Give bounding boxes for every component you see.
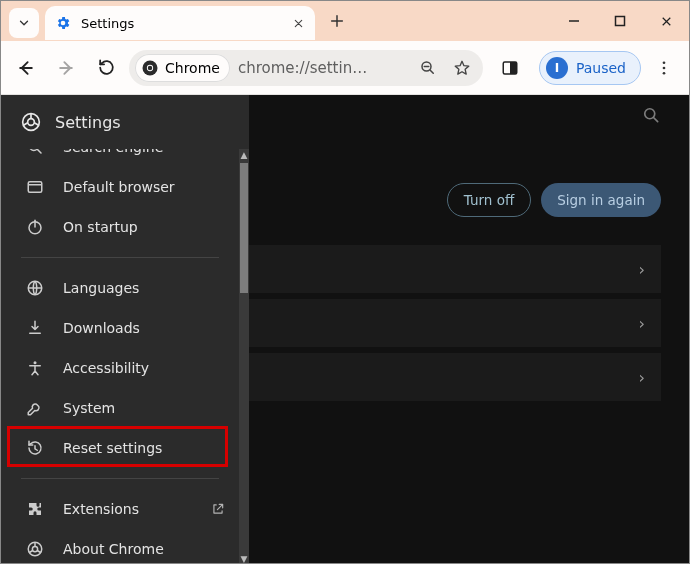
browser-icon (25, 178, 45, 196)
gear-icon (55, 15, 71, 31)
titlebar: Settings (1, 1, 689, 41)
menu-button[interactable] (647, 51, 681, 85)
sidebar-item-on-startup[interactable]: On startup (1, 207, 239, 247)
zoom-indicator[interactable] (413, 53, 443, 83)
chevron-right-icon: › (639, 260, 645, 279)
chrome-icon (141, 59, 159, 77)
search-icon (25, 149, 45, 156)
turn-off-button[interactable]: Turn off (447, 183, 531, 217)
settings-row[interactable]: › (249, 353, 661, 401)
site-chip-label: Chrome (165, 60, 220, 76)
bookmark-button[interactable] (447, 53, 477, 83)
minimize-button[interactable] (551, 1, 597, 41)
sidebar-item-extensions[interactable]: Extensions (1, 489, 239, 529)
avatar: I (546, 57, 568, 79)
settings-main: Turn off Sign in again › › › (249, 95, 689, 564)
sidebar-item-label: Extensions (63, 501, 139, 517)
chevron-right-icon: › (639, 368, 645, 387)
new-tab-button[interactable] (321, 5, 353, 37)
download-icon (25, 319, 45, 337)
scrollbar-up-arrow[interactable]: ▲ (239, 149, 249, 161)
star-icon (453, 59, 471, 77)
settings-row[interactable]: › (249, 245, 661, 293)
sidebar-item-reset-settings[interactable]: Reset settings (1, 428, 239, 468)
sidebar-scrollbar[interactable]: ▲ ▼ (239, 149, 249, 564)
tab-close-button[interactable] (291, 16, 305, 30)
settings-header: Settings (1, 95, 249, 149)
svg-rect-13 (28, 182, 42, 193)
svg-point-11 (28, 119, 35, 126)
browser-toolbar: Chrome chrome://settin… I Paused (1, 41, 689, 95)
window-controls (551, 1, 689, 41)
search-settings-button[interactable] (641, 105, 661, 125)
search-icon (641, 105, 661, 125)
restore-icon (25, 439, 45, 457)
browser-tab[interactable]: Settings (45, 6, 315, 40)
reload-button[interactable] (89, 51, 123, 85)
svg-point-18 (32, 546, 37, 551)
sidebar-item-label: Default browser (63, 179, 175, 195)
zoom-icon (419, 59, 437, 77)
maximize-icon (614, 15, 626, 27)
panel-icon (501, 59, 519, 77)
arrow-right-icon (56, 58, 76, 78)
svg-rect-6 (511, 62, 517, 74)
globe-icon (25, 279, 45, 297)
url-text: chrome://settin… (238, 59, 409, 77)
settings-title: Settings (55, 113, 121, 132)
accessibility-icon (25, 359, 45, 377)
sidebar-item-label: Downloads (63, 320, 140, 336)
tab-title: Settings (81, 16, 281, 31)
sidebar-item-languages[interactable]: Languages (1, 268, 239, 308)
close-window-button[interactable] (643, 1, 689, 41)
sidebar-item-label: Languages (63, 280, 139, 296)
sidebar-scroll: Search engine Default browser On startup… (1, 149, 249, 564)
power-icon (25, 218, 45, 236)
plus-icon (329, 13, 345, 29)
forward-button[interactable] (49, 51, 83, 85)
side-panel-button[interactable] (493, 51, 527, 85)
reload-icon (97, 58, 116, 77)
profile-paused-chip[interactable]: I Paused (539, 51, 641, 85)
content-area: Settings Search engine Default browser O… (1, 95, 689, 564)
back-button[interactable] (9, 51, 43, 85)
scrollbar-thumb[interactable] (240, 163, 248, 293)
svg-point-7 (663, 61, 666, 64)
tab-search-dropdown[interactable] (9, 8, 39, 38)
sync-action-row: Turn off Sign in again (447, 183, 661, 217)
site-chip[interactable]: Chrome (135, 54, 230, 82)
chrome-icon (21, 112, 41, 132)
settings-sidebar: Settings Search engine Default browser O… (1, 95, 249, 564)
svg-rect-0 (616, 17, 625, 26)
sidebar-item-label: System (63, 400, 115, 416)
sidebar-item-label: On startup (63, 219, 138, 235)
sidebar-item-label: Accessibility (63, 360, 149, 376)
wrench-icon (25, 399, 45, 417)
open-external-icon (211, 502, 225, 516)
sidebar-item-system[interactable]: System (1, 388, 239, 428)
svg-point-8 (663, 66, 666, 69)
sidebar-divider (21, 257, 219, 258)
close-icon (660, 15, 673, 28)
sidebar-item-label: Search engine (63, 149, 163, 155)
chrome-icon (25, 540, 45, 558)
arrow-left-icon (16, 58, 36, 78)
sidebar-item-search-engine[interactable]: Search engine (1, 149, 239, 167)
sidebar-item-label: About Chrome (63, 541, 164, 557)
svg-point-16 (34, 361, 37, 364)
omnibox[interactable]: Chrome chrome://settin… (129, 50, 483, 86)
sidebar-item-default-browser[interactable]: Default browser (1, 167, 239, 207)
maximize-button[interactable] (597, 1, 643, 41)
sidebar-item-label: Reset settings (63, 440, 162, 456)
svg-point-3 (148, 65, 153, 70)
sidebar-item-downloads[interactable]: Downloads (1, 308, 239, 348)
scrollbar-down-arrow[interactable]: ▼ (239, 553, 249, 564)
chevron-down-icon (17, 16, 31, 30)
close-icon (293, 18, 304, 29)
sign-in-again-button[interactable]: Sign in again (541, 183, 661, 217)
minimize-icon (568, 15, 580, 27)
sidebar-item-about-chrome[interactable]: About Chrome (1, 529, 239, 564)
settings-row[interactable]: › (249, 299, 661, 347)
chevron-right-icon: › (639, 314, 645, 333)
sidebar-item-accessibility[interactable]: Accessibility (1, 348, 239, 388)
